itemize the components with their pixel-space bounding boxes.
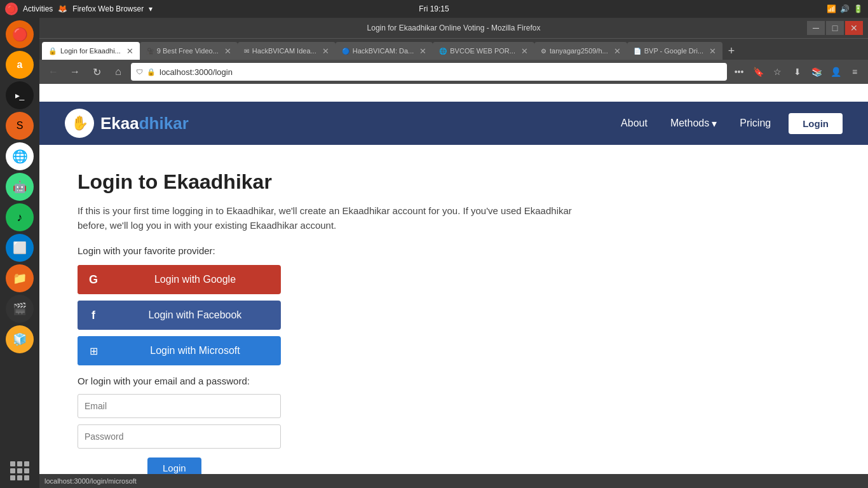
os-bar-datetime: Fri 19:15 <box>419 4 449 13</box>
tab-label-1: 9 Best Free Video... <box>157 47 219 55</box>
activities-icon[interactable]: 🔴 <box>5 3 18 15</box>
sidebar-grid[interactable] <box>8 459 32 483</box>
download-button[interactable]: ⬇ <box>789 64 806 80</box>
menu-button[interactable]: ≡ <box>846 64 863 80</box>
forward-button[interactable]: → <box>66 63 84 81</box>
nav-about-link[interactable]: About <box>616 115 653 132</box>
battery-icon: 🔋 <box>853 4 863 13</box>
firefox-icon: 🦊 <box>58 4 67 13</box>
nav-bar: ← → ↻ ⌂ 🛡 🔒 localhost:3000/login ••• 🔖 ☆… <box>39 60 868 84</box>
sidebar-icon-amazon[interactable]: a <box>6 51 34 79</box>
tab-1[interactable]: 🎥 9 Best Free Video... ✕ <box>140 42 238 60</box>
tab-close-4[interactable]: ✕ <box>521 46 528 56</box>
tab-close-1[interactable]: ✕ <box>224 46 231 56</box>
sidebar-icon-video[interactable]: 🎬 <box>6 295 34 323</box>
volume-icon: 🔊 <box>840 4 850 13</box>
nav-pricing-link[interactable]: Pricing <box>735 115 776 132</box>
google-login-button[interactable]: G Login with Google <box>78 265 281 294</box>
app-header: ✋ Ekaadhikar About Methods ▾ Pricing Log… <box>39 102 868 145</box>
tab-favicon-0: 🔒 <box>48 47 57 55</box>
wifi-icon: 📶 <box>827 4 836 13</box>
header-nav: About Methods ▾ Pricing Login <box>616 113 843 134</box>
address-bar[interactable]: 🛡 🔒 localhost:3000/login <box>131 63 727 81</box>
tab-5[interactable]: ⚙ tanyagarg2509/h... ✕ <box>534 42 627 60</box>
browser-label[interactable]: Firefox Web Browser <box>72 4 144 13</box>
tab-close-3[interactable]: ✕ <box>419 46 426 56</box>
title-bar-controls: ─ □ ✕ <box>807 21 863 35</box>
home-button[interactable]: ⌂ <box>109 63 127 81</box>
tab-label-5: tanyagarg2509/h... <box>550 47 608 55</box>
logo-icon: ✋ <box>65 109 94 138</box>
microsoft-icon: ⊞ <box>78 336 109 365</box>
tab-4[interactable]: 🌐 BVCOE WEB POR... ✕ <box>433 42 534 60</box>
google-icon: G <box>78 265 109 294</box>
title-bar: Login for Ekaadhikar Online Voting - Moz… <box>39 18 868 38</box>
tab-label-4: BVCOE WEB POR... <box>450 47 515 55</box>
sidebar: 🔴 a ▸_ S 🌐 🤖 ♪ ⬜ 📁 🎬 🧊 <box>0 18 39 488</box>
sync-button[interactable]: 👤 <box>827 64 844 80</box>
browser-chrome: Login for Ekaadhikar Online Voting - Moz… <box>39 18 868 84</box>
sidebar-icon-spotify[interactable]: ♪ <box>6 203 34 231</box>
sidebar-icon-vscode[interactable]: ⬜ <box>6 234 34 262</box>
logo-ekaa: Ekaa <box>100 114 139 133</box>
library-button[interactable]: 📚 <box>808 64 825 80</box>
close-button[interactable]: ✕ <box>845 21 863 35</box>
tab-label-0: Login for Ekaadhi... <box>60 47 121 55</box>
sidebar-icon-terminal[interactable]: ▸_ <box>6 81 34 109</box>
browser-title: Login for Ekaadhikar Online Voting - Moz… <box>367 24 541 32</box>
tab-favicon-3: 🔵 <box>342 48 349 55</box>
methods-dropdown-icon: ▾ <box>712 118 717 130</box>
tab-favicon-1: 🎥 <box>146 48 154 55</box>
facebook-login-button[interactable]: f Login with Facebook <box>78 301 281 330</box>
tab-2[interactable]: ✉ HackBVICAM Idea... ✕ <box>238 42 336 60</box>
sidebar-icon-layer[interactable]: 🧊 <box>6 325 34 353</box>
sidebar-icon-chrome[interactable]: 🌐 <box>6 142 34 170</box>
tab-close-5[interactable]: ✕ <box>614 46 621 56</box>
methods-label: Methods <box>670 118 709 129</box>
email-input[interactable] <box>78 394 281 418</box>
microsoft-login-button[interactable]: ⊞ Login with Microsoft <box>78 336 281 365</box>
or-label: Or login with your email and a password: <box>78 376 573 386</box>
lock-icon: 🔒 <box>147 68 156 76</box>
url-text[interactable]: localhost:3000/login <box>159 67 722 77</box>
nav-actions: ••• 🔖 ☆ <box>731 64 785 80</box>
sidebar-icon-activities[interactable]: 🔴 <box>6 20 34 48</box>
tab-close-6[interactable]: ✕ <box>709 46 716 56</box>
new-tab-button[interactable]: + <box>722 42 740 60</box>
minimize-button[interactable]: ─ <box>807 21 825 35</box>
back-button[interactable]: ← <box>44 63 62 81</box>
password-input[interactable] <box>78 424 281 449</box>
login-nav-button[interactable]: Login <box>789 113 843 134</box>
tab-favicon-4: 🌐 <box>439 48 447 55</box>
maximize-button[interactable]: □ <box>826 21 844 35</box>
shield-icon: 🛡 <box>136 68 143 76</box>
dropdown-icon[interactable]: ▾ <box>149 4 153 13</box>
logo-area: ✋ Ekaadhikar <box>65 109 189 138</box>
google-login-label: Login with Google <box>109 274 281 285</box>
browser-nav-actions: ⬇ 📚 👤 ≡ <box>789 64 863 80</box>
sidebar-icon-android[interactable]: 🤖 <box>6 173 34 201</box>
tab-favicon-6: 📄 <box>634 48 641 55</box>
page-content: Login to Ekaadhikar If this is your firs… <box>39 145 611 488</box>
tab-close-0[interactable]: ✕ <box>126 46 133 56</box>
provider-label: Login with your favorite provider: <box>78 245 573 256</box>
star-button[interactable]: ☆ <box>769 64 785 80</box>
more-button[interactable]: ••• <box>731 64 747 80</box>
pocket-button[interactable]: 🔖 <box>750 64 766 80</box>
tab-close-2[interactable]: ✕ <box>322 46 329 56</box>
logo-text: Ekaadhikar <box>100 114 189 133</box>
activities-label[interactable]: Activities <box>23 4 53 13</box>
sidebar-icon-files[interactable]: 📁 <box>6 264 34 292</box>
nav-methods-button[interactable]: Methods ▾ <box>665 115 722 132</box>
reload-button[interactable]: ↻ <box>88 63 105 81</box>
os-bar-right: 📶 🔊 🔋 <box>827 4 863 13</box>
sidebar-icon-sublime[interactable]: S <box>6 112 34 140</box>
tab-favicon-5: ⚙ <box>541 48 546 55</box>
os-bar-left: 🔴 Activities 🦊 Firefox Web Browser ▾ <box>5 3 153 15</box>
tab-3[interactable]: 🔵 HackBVICAM: Da... ✕ <box>336 42 433 60</box>
status-url: localhost:3000/login/microsoft <box>44 477 137 485</box>
tab-6[interactable]: 📄 BVP - Google Dri... ✕ <box>627 42 722 60</box>
tab-0[interactable]: 🔒 Login for Ekaadhi... ✕ <box>42 42 140 60</box>
tab-label-3: HackBVICAM: Da... <box>353 47 414 55</box>
tab-bar: 🔒 Login for Ekaadhi... ✕ 🎥 9 Best Free V… <box>39 38 868 60</box>
